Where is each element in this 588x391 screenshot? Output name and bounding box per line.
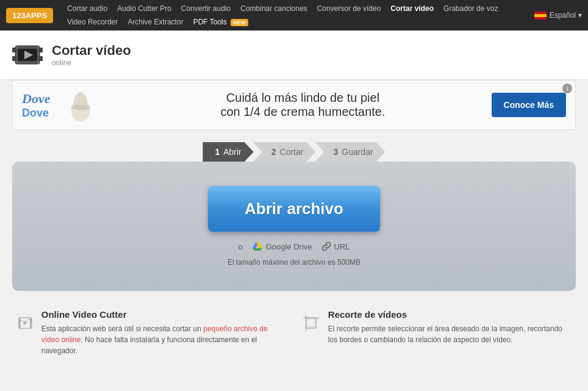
nav-links: Cortar audio Audio Cutter Pro Convertir … <box>62 2 534 29</box>
step-1-num: 1 <box>215 147 220 157</box>
film-icon <box>18 309 32 337</box>
info-para-1: Esta aplicación web será útil si necesit… <box>41 323 285 356</box>
svg-rect-4 <box>38 56 43 61</box>
info-text-1: Online Video Cutter Esta aplicación web … <box>41 309 285 356</box>
nav-cortar-video[interactable]: Cortar vídeo <box>385 2 439 15</box>
step-3: 3 Guardar <box>315 142 385 162</box>
video-cutter-icon <box>12 40 43 70</box>
upload-button[interactable]: Abrir archivo <box>208 186 380 232</box>
nav-audio-cutter-pro[interactable]: Audio Cutter Pro <box>112 2 176 15</box>
nav-row-1: Cortar audio Audio Cutter Pro Convertir … <box>62 2 503 15</box>
step-1: 1 Abrir <box>203 142 253 162</box>
step-2-num: 2 <box>271 147 276 157</box>
lang-label: Español <box>550 11 576 20</box>
info-para-2: El recorte permite seleccionar el área d… <box>328 323 570 345</box>
upload-area: Abrir archivo o Google Drive URL El <box>12 162 576 291</box>
top-nav: 123APPS Cortar audio Audio Cutter Pro Co… <box>0 0 588 30</box>
url-button[interactable]: URL <box>321 242 350 251</box>
page-title: Cortar vídeo <box>52 43 131 59</box>
logo-badge[interactable]: 123APPS <box>6 8 53 23</box>
nav-cortar-audio[interactable]: Cortar audio <box>62 2 112 15</box>
chevron-down-icon: ▾ <box>578 11 582 20</box>
ad-info-icon[interactable]: i <box>562 84 572 93</box>
step-2-label: Cortar <box>280 147 304 157</box>
nav-video-recorder[interactable]: Video Recorder <box>62 15 123 29</box>
nav-conversor-video[interactable]: Conversor de vídeo <box>312 2 386 15</box>
info-title-1: Online Video Cutter <box>41 309 285 320</box>
info-title-2: Recorte de vídeos <box>328 309 570 320</box>
page-title-block: Cortar vídeo online <box>52 43 131 67</box>
crop-icon <box>303 309 319 337</box>
page-header: Cortar vídeo online <box>0 30 588 80</box>
flag-icon <box>534 12 547 20</box>
nav-grabador-voz[interactable]: Grabador de voz <box>439 2 503 15</box>
banner-text: Cuidá lo más lindo de tu piel con 1/4 de… <box>114 91 491 119</box>
url-label: URL <box>334 242 350 251</box>
page-subtitle: online <box>52 59 131 67</box>
main-content: 1 Abrir 2 Cortar 3 Guardar Abrir archivo… <box>0 130 588 368</box>
step-2: 2 Cortar <box>253 142 316 162</box>
bottom-info: Online Video Cutter Esta aplicación web … <box>12 309 576 356</box>
nav-combinar[interactable]: Combinar canciones <box>235 2 312 15</box>
upload-option-num: o <box>238 242 242 251</box>
upload-options: o Google Drive URL <box>238 241 350 252</box>
svg-rect-3 <box>38 48 43 52</box>
steps-bar: 1 Abrir 2 Cortar 3 Guardar <box>203 142 385 162</box>
step-3-label: Guardar <box>342 147 373 157</box>
banner-ad: i Dove Dove Cuidá lo más lindo de tu pie… <box>12 80 576 130</box>
google-drive-icon <box>252 241 263 252</box>
pdf-new-badge: NEW <box>231 19 248 26</box>
google-drive-button[interactable]: Google Drive <box>252 241 312 252</box>
svg-point-11 <box>71 105 90 110</box>
dove-logo: Dove Dove <box>22 91 50 120</box>
step-1-label: Abrir <box>223 147 242 157</box>
nav-archive-extractor[interactable]: Archive Extractor <box>123 15 188 29</box>
nav-pdf-tools[interactable]: PDF Tools NEW <box>188 15 253 29</box>
max-size-text: El tamaño máximo del archivo es 500MB <box>228 258 360 267</box>
info-text-2: Recorte de vídeos El recorte permite sel… <box>328 309 570 356</box>
lang-selector[interactable]: Español ▾ <box>534 11 582 20</box>
info-card-1: Online Video Cutter Esta aplicación web … <box>18 309 285 356</box>
link-icon <box>321 242 331 251</box>
steps-container: 1 Abrir 2 Cortar 3 Guardar <box>12 142 576 162</box>
svg-rect-1 <box>12 48 17 52</box>
svg-rect-2 <box>12 56 17 61</box>
banner-cta-button[interactable]: Conoce Más <box>492 93 566 117</box>
step-3-num: 3 <box>333 147 338 157</box>
nav-row-2: Video Recorder Archive Extractor PDF Too… <box>62 15 253 29</box>
info-card-2: Recorte de vídeos El recorte permite sel… <box>303 309 570 356</box>
dove-product-image <box>59 87 102 123</box>
svg-rect-25 <box>307 319 315 326</box>
google-drive-label: Google Drive <box>266 242 312 251</box>
nav-convertir-audio[interactable]: Convertir audio <box>176 2 235 15</box>
